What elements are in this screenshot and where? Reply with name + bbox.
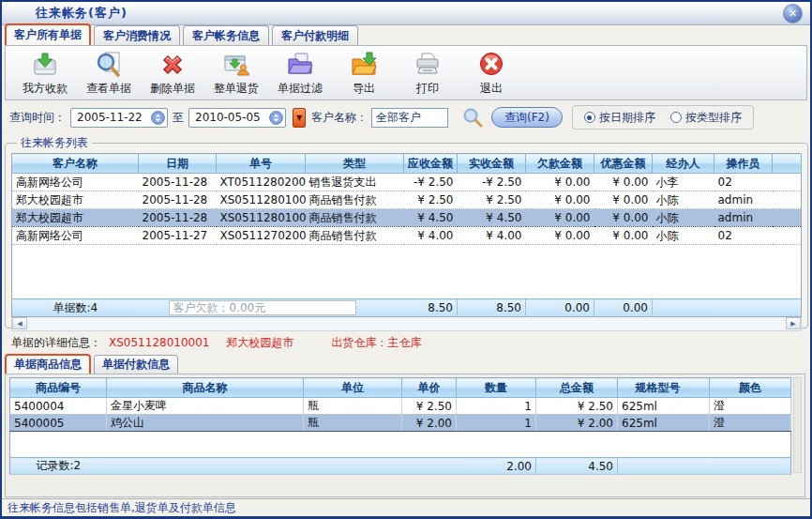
accounts-list-group: 往来帐务列表 客户名称 日期 单号 类型 应收金额 实收金额 欠款金额 优惠金额… [5,135,808,328]
scroll-left-arrow-icon[interactable]: ◀ [12,317,27,329]
table-row-selected[interactable]: 郑大校园超市 2005-11-28 XS051128010001 商品销售付款 … [12,209,802,227]
col-header-color[interactable]: 颜色 [710,378,791,398]
customer-name-input[interactable] [371,108,448,128]
tab-bill-payment-info[interactable]: 单据付款信息 [94,355,178,374]
customer-debt-box: 客户欠款：0.00元 [169,300,356,315]
date-from-value: 2005-11-22 [77,111,143,124]
col-header-type[interactable]: 类型 [306,154,404,174]
col-header-operator[interactable]: 操作员 [714,154,773,174]
bill-detail-number: XS051128010001 [109,336,209,349]
tab-customer-payment-detail[interactable]: 客户付款明细 [272,25,358,45]
sort-by-date-option[interactable]: 按日期排序 [584,110,655,126]
toolbar: 我方收款 查看单据 删除单据 整单退货 单据过滤 [5,45,807,100]
sort-by-date-label: 按日期排序 [599,110,655,126]
bill-detail-label: 单据的详细信息： [11,335,101,351]
scroll-right-arrow-icon[interactable]: ▶ [786,317,801,329]
view-bill-button[interactable]: 查看单据 [77,50,141,97]
col-header-bill-no[interactable]: 单号 [217,154,306,174]
col-header-agent[interactable]: 经办人 [653,154,714,174]
toolbar-button-label: 打印 [416,81,439,97]
tab-customer-all-bills[interactable]: 客户所有单据 [5,23,91,45]
toolbar-button-label: 整单退货 [214,81,259,97]
view-bill-icon [94,50,124,80]
empty-rows-area [12,245,802,299]
date-to-field[interactable]: 2010-05-05 [188,108,286,128]
query-time-label: 查询时间： [9,110,66,126]
date-to-value: 2010-05-05 [195,111,261,124]
owed-total: 0.00 [526,299,594,317]
discount-total: 0.00 [594,299,653,317]
detail-tabbar: 单据商品信息 单据付款信息 [5,355,178,374]
vertical-scrollbar[interactable] [793,377,802,473]
sort-options-group: 按日期排序 按类型排序 [572,105,754,130]
sort-ascending-icon: △ [684,383,692,393]
col-header-customer-name[interactable]: 客户名称 [12,154,139,174]
goods-table: 商品编号 商品名称 单位 单价 数量 总金额 规格型号 △ 颜色 5400004… [9,377,791,475]
sort-by-type-option[interactable]: 按类型排序 [670,110,742,126]
table-row[interactable]: 高新网络公司 2005-11-28 XT051128020001 销售退货支出 … [12,174,802,191]
toolbar-button-label: 删除单据 [150,81,195,97]
table-row-selected[interactable]: 5400005 鸡公山 瓶 ¥ 2.00 1 ¥ 2.00 625ml 澄 [10,415,791,432]
return-order-icon [221,50,251,80]
bill-detail-warehouse: 出货仓库：主仓库 [331,335,421,351]
tab-bill-goods-info[interactable]: 单据商品信息 [5,354,91,374]
col-header-quantity[interactable]: 数量 [457,378,536,398]
horizontal-scrollbar[interactable]: ◀ ▶ [11,317,802,331]
tab-customer-consumption[interactable]: 客户消费情况 [94,25,180,45]
date-from-field[interactable]: 2005-11-22 [70,108,168,128]
col-header-owed[interactable]: 欠款金额 [526,154,594,174]
col-header-unit[interactable]: 单位 [304,378,402,398]
bill-detail-line: 单据的详细信息： XS051128010001 郑大校园超市 出货仓库：主仓库 [11,332,806,353]
main-tabbar: 客户所有单据 客户消费情况 客户帐务信息 客户付款明细 [5,25,807,45]
sort-by-type-radio[interactable] [670,112,682,123]
sort-by-date-radio[interactable] [584,112,595,123]
chevron-down-icon: ▼ [296,114,302,122]
summary-row: 记录数:2 2.00 4.50 [10,458,791,475]
export-icon [349,50,379,80]
query-button[interactable]: 查询(F2) [491,107,563,128]
col-header-receivable[interactable]: 应收金额 [404,154,458,174]
print-button[interactable]: 打印 [396,50,459,97]
col-header-total-amount[interactable]: 总金额 [536,378,618,398]
status-bar: 往来帐务信息包括销售单,退货单及付款单信息 [2,498,810,516]
table-row[interactable]: 郑大校园超市 2005-11-28 XS051128010002 商品销售付款 … [12,191,802,209]
export-button[interactable]: 导出 [332,50,396,97]
exit-icon [476,50,506,80]
col-header-product-name[interactable]: 商品名称 [107,378,304,398]
date-spinner-icon[interactable] [269,111,283,125]
col-header-received[interactable]: 实收金额 [458,154,526,174]
col-header-unit-price[interactable]: 单价 [402,378,457,398]
receivable-total: 8.50 [404,299,458,317]
empty-rows-area [10,432,791,458]
query-bar: 查询时间： 2005-11-22 至 2010-05-05 ▼ 客户名称： 查询… [9,103,806,131]
exit-button[interactable]: 退出 [459,50,523,97]
tab-customer-account-info[interactable]: 客户帐务信息 [183,25,269,45]
filter-bill-button[interactable]: 单据过滤 [268,50,332,97]
summary-row: 单据数:4 客户欠款：0.00元 8.50 8.50 0.00 0.00 [12,299,802,317]
accounts-table: 客户名称 日期 单号 类型 应收金额 实收金额 欠款金额 优惠金额 经办人 操作… [11,153,802,317]
delete-bill-button[interactable]: 删除单据 [141,50,204,97]
receive-payment-button[interactable]: 我方收款 [13,50,77,97]
close-icon: ✕ [789,8,797,20]
col-header-product-code[interactable]: 商品编号 [10,378,107,398]
return-order-button[interactable]: 整单退货 [204,50,268,97]
date-spinner-icon[interactable] [151,111,165,125]
receive-payment-icon [30,50,60,80]
date-dropdown-button[interactable]: ▼ [293,108,306,128]
search-icon[interactable] [461,106,484,129]
accounts-list-group-title: 往来帐务列表 [17,135,92,151]
col-header-date[interactable]: 日期 [139,154,217,174]
table-row[interactable]: 高新网络公司 2005-11-27 XS051127020001 商品销售付款 … [12,227,802,245]
table-row[interactable]: 5400004 金星小麦啤 瓶 ¥ 2.50 1 ¥ 2.50 625ml 澄 [10,398,791,415]
bill-detail-customer: 郑大校园超市 [226,335,293,351]
received-total: 8.50 [458,299,526,317]
titlebar: 往来帐务(客户) ✕ [2,2,810,25]
filter-bill-icon [285,50,315,80]
customer-name-label: 客户名称： [311,110,368,126]
col-header-spec-model[interactable]: 规格型号 △ [618,378,710,398]
amount-total: 4.50 [536,458,618,475]
toolbar-button-label: 单据过滤 [278,81,323,97]
window-close-button[interactable]: ✕ [783,4,803,23]
col-header-discount[interactable]: 优惠金额 [594,154,653,174]
toolbar-button-label: 退出 [480,81,503,97]
